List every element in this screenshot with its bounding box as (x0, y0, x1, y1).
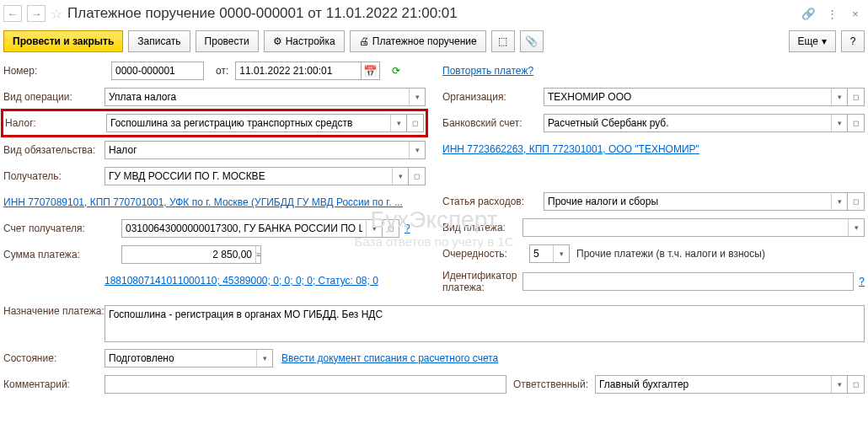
close-icon[interactable]: × (846, 5, 865, 22)
expense-open[interactable]: ◻ (848, 192, 865, 211)
obligation-input[interactable] (104, 141, 409, 159)
settings-button[interactable]: ⚙Настройка (264, 30, 345, 52)
amount-label: Сумма платежа: (3, 249, 121, 260)
payment-type-dropdown[interactable]: ▾ (848, 218, 865, 237)
recipient-dropdown[interactable]: ▾ (392, 167, 409, 185)
recipient-open[interactable]: ◻ (409, 167, 426, 185)
queue-label: Очередность: (442, 248, 522, 260)
queue-dropdown[interactable]: ▾ (553, 244, 570, 263)
number-input[interactable] (111, 62, 204, 80)
operation-input[interactable] (104, 88, 409, 106)
operation-dropdown[interactable]: ▾ (409, 88, 426, 106)
purpose-textarea[interactable] (104, 305, 865, 342)
recipient-label: Получатель: (3, 170, 104, 182)
save-button[interactable]: Записать (128, 30, 190, 52)
page-title: Платежное поручение 0000-000001 от 11.01… (67, 5, 794, 22)
operation-label: Вид операции: (3, 91, 104, 103)
account-help[interactable]: ? (405, 223, 410, 234)
comment-label: Комментарий: (3, 378, 104, 390)
obligation-label: Вид обязательства: (3, 144, 104, 156)
recipient-account-input[interactable] (121, 219, 366, 238)
responsible-input[interactable] (595, 375, 831, 394)
comment-input[interactable] (104, 375, 506, 394)
inn-link-2[interactable]: ИНН 7707089101, КПП 770701001, УФК по г.… (3, 196, 403, 208)
org-dropdown[interactable]: ▾ (831, 88, 848, 106)
payment-type-input[interactable] (522, 218, 848, 237)
kbk-link[interactable]: 18810807141011000110; 45389000; 0; 0; 0;… (104, 275, 378, 287)
org-label: Организация: (442, 91, 544, 103)
expense-dropdown[interactable]: ▾ (831, 192, 848, 211)
date-input[interactable] (235, 62, 362, 80)
date-label: от: (216, 65, 228, 77)
attach-button[interactable]: 📎 (520, 30, 544, 52)
more-button[interactable]: Еще ▾ (789, 30, 836, 52)
payment-type-label: Вид платежа: (442, 222, 522, 233)
bank-open[interactable]: ◻ (848, 114, 865, 132)
bank-dropdown[interactable]: ▾ (831, 114, 848, 132)
expense-input[interactable] (544, 192, 831, 211)
recipient-account-label: Счет получателя: (3, 223, 121, 234)
help-button[interactable]: ? (841, 30, 865, 52)
org-open[interactable]: ◻ (848, 88, 865, 106)
responsible-open[interactable]: ◻ (848, 375, 865, 394)
expense-label: Статья расходов: (442, 196, 544, 207)
print-button[interactable]: 🖨Платежное поручение (350, 30, 486, 52)
tax-input[interactable] (106, 114, 390, 132)
tax-dropdown[interactable]: ▾ (390, 114, 407, 132)
recipient-input[interactable] (104, 167, 392, 185)
responsible-dropdown[interactable]: ▾ (831, 375, 848, 394)
obligation-dropdown[interactable]: ▾ (409, 141, 426, 159)
tax-open[interactable]: ◻ (407, 114, 424, 132)
bank-label: Банковский счет: (442, 117, 544, 129)
account-open[interactable]: ◻ (383, 219, 399, 238)
post-button[interactable]: Провести (196, 30, 259, 52)
state-input[interactable] (104, 349, 256, 368)
tax-label: Налог: (5, 117, 106, 129)
responsible-label: Ответственный: (513, 378, 588, 390)
repeat-link[interactable]: Повторять платеж? (442, 65, 533, 77)
amount-input[interactable] (121, 245, 255, 264)
menu-icon[interactable]: ⋮ (822, 5, 841, 22)
org-input[interactable] (544, 88, 831, 106)
number-label: Номер: (3, 65, 104, 77)
chevron-down-icon: ▾ (822, 35, 827, 47)
id-label: Идентификатор платежа: (442, 270, 522, 294)
state-link[interactable]: Ввести документ списания с расчетного сч… (281, 352, 498, 364)
post-and-close-button[interactable]: Провести и закрыть (3, 30, 123, 52)
refresh-icon[interactable]: ⟳ (392, 65, 400, 77)
account-dropdown[interactable]: ▾ (366, 219, 383, 238)
state-dropdown[interactable]: ▾ (256, 349, 273, 368)
state-label: Состояние: (3, 352, 104, 364)
purpose-label: Назначение платежа: (3, 305, 104, 319)
queue-text: Прочие платежи (в т.ч. налоги и взносы) (576, 248, 765, 260)
gear-icon: ⚙ (273, 35, 282, 47)
inn-link-1[interactable]: ИНН 7723662263, КПП 772301001, ООО "ТЕХН… (442, 143, 699, 155)
star-icon[interactable]: ☆ (51, 6, 62, 22)
print-icon: 🖨 (359, 35, 369, 47)
back-button[interactable]: ← (3, 5, 22, 22)
amount-calc[interactable]: ≡ (255, 245, 261, 264)
calendar-icon[interactable]: 📅 (362, 62, 380, 80)
id-help[interactable]: ? (859, 276, 865, 287)
structure-button[interactable]: ⬚ (491, 30, 515, 52)
queue-input[interactable] (529, 244, 553, 263)
link-icon[interactable]: 🔗 (799, 5, 817, 22)
bank-input[interactable] (544, 114, 831, 132)
forward-button[interactable]: → (27, 5, 46, 22)
id-input[interactable] (522, 272, 854, 291)
